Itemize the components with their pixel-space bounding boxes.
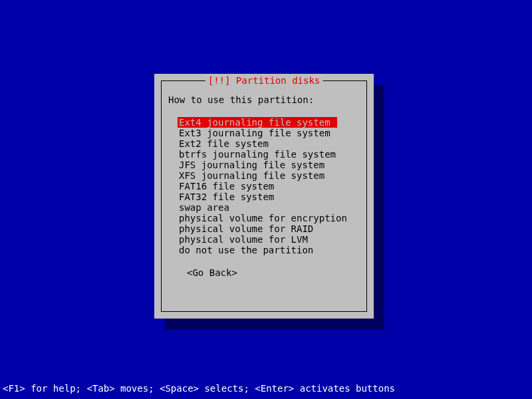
dialog-prompt: How to use this partition: bbox=[168, 94, 360, 105]
dialog-title-text: Partition disks bbox=[236, 75, 320, 86]
option-item[interactable]: physical volume for encryption bbox=[178, 213, 348, 223]
go-back-button[interactable]: <Go Back> bbox=[187, 267, 237, 278]
option-item[interactable]: swap area bbox=[178, 202, 231, 213]
option-item[interactable]: physical volume for RAID bbox=[178, 223, 315, 234]
option-item[interactable]: XFS journaling file system bbox=[178, 170, 326, 181]
option-item[interactable]: Ext3 journaling file system bbox=[178, 128, 332, 138]
option-item[interactable]: do not use the partition bbox=[178, 245, 315, 255]
option-item[interactable]: Ext4 journaling file system bbox=[178, 117, 337, 128]
dialog-border: [!!] Partition disks How to use this par… bbox=[161, 80, 367, 312]
option-item[interactable]: btrfs journaling file system bbox=[178, 149, 337, 160]
partition-dialog: [!!] Partition disks How to use this par… bbox=[154, 74, 374, 319]
dialog-title-mark: [!!] bbox=[208, 75, 231, 86]
help-bar: <F1> for help; <Tab> moves; <Space> sele… bbox=[3, 383, 395, 394]
option-item[interactable]: Ext2 file system bbox=[178, 138, 270, 149]
option-item[interactable]: FAT32 file system bbox=[178, 192, 275, 202]
option-item[interactable]: physical volume for LVM bbox=[178, 234, 309, 245]
option-item[interactable]: JFS journaling file system bbox=[178, 160, 326, 170]
dialog-title: [!!] Partition disks bbox=[205, 75, 323, 86]
option-item[interactable]: FAT16 file system bbox=[178, 181, 275, 192]
options-list: Ext4 journaling file systemExt3 journali… bbox=[178, 117, 360, 255]
